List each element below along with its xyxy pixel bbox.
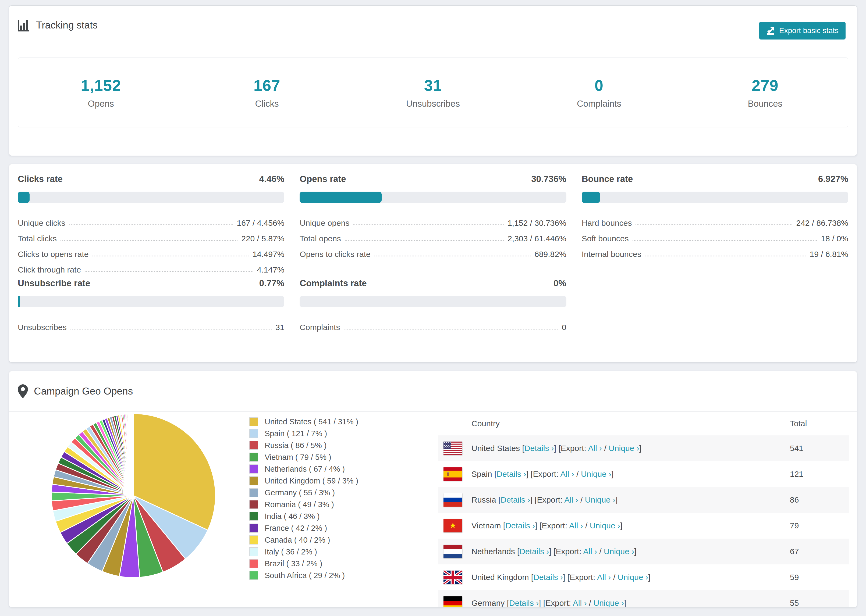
- dotted-leader: [645, 256, 806, 256]
- rate-rows: Unique opens1,152 / 30.736%Total opens2,…: [299, 212, 566, 259]
- rate-row: Unique clicks167 / 4.456%: [18, 212, 284, 228]
- rate-value: 30.736%: [531, 174, 566, 184]
- tracking-stats-header: Tracking stats Export basic stats: [9, 6, 857, 45]
- export-unique-link[interactable]: Unique ›: [609, 444, 639, 453]
- export-all-link[interactable]: All ›: [588, 444, 602, 453]
- rate-row: Opens to clicks rate689.82%: [299, 243, 566, 259]
- export-unique-link[interactable]: Unique ›: [594, 599, 624, 607]
- legend-swatch: [249, 453, 258, 462]
- stat-label: Bounces: [748, 99, 783, 109]
- legend-label: Spain ( 121 / 7% ): [265, 429, 327, 438]
- total-cell: 55: [790, 599, 849, 607]
- stat-cell: 1,152Opens: [18, 58, 184, 127]
- bracket-text: ] [Export:: [530, 495, 564, 504]
- rates-card: Clicks rate4.46%Unique clicks167 / 4.456…: [9, 164, 857, 363]
- separator-text: /: [602, 444, 609, 453]
- dashboard-page: Tracking stats Export basic stats 1,152O…: [0, 0, 866, 616]
- bracket-text: ]: [634, 547, 636, 556]
- map-pin-icon: [18, 384, 28, 398]
- bracket-text: ]: [611, 470, 614, 478]
- country-name: Spain: [471, 470, 494, 478]
- country-cell: Russia [Details ›] [Export: All › / Uniq…: [471, 495, 790, 504]
- stat-cell: 167Clicks: [184, 58, 350, 127]
- country-name: Netherlands: [471, 547, 517, 556]
- details-link[interactable]: Details ›: [505, 521, 535, 530]
- rate-row-label: Total clicks: [18, 234, 57, 243]
- export-unique-link[interactable]: Unique ›: [618, 573, 648, 581]
- legend-label: Netherlands ( 67 / 4% ): [265, 465, 345, 473]
- legend-swatch: [249, 476, 258, 486]
- rate-rows: Complaints0: [299, 316, 566, 332]
- rate-row-label: Unique opens: [299, 218, 350, 228]
- export-unique-link[interactable]: Unique ›: [590, 521, 620, 530]
- country-name: Vietnam: [471, 521, 503, 530]
- geo-header: Campaign Geo Opens: [9, 371, 857, 412]
- rate-value: 0.77%: [259, 278, 285, 288]
- legend-label: United Kingdom ( 59 / 3% ): [265, 476, 358, 486]
- dotted-leader: [85, 271, 253, 272]
- rate-head: Bounce rate6.927%: [582, 174, 848, 186]
- separator-text: /: [574, 470, 581, 478]
- stat-value: 31: [424, 76, 442, 94]
- stat-cell: 279Bounces: [682, 58, 848, 127]
- bracket-text: ] [Export:: [549, 547, 583, 556]
- pie-legend: United States ( 541 / 31% )Spain ( 121 /…: [249, 416, 358, 581]
- stat-label: Unsubscribes: [406, 99, 460, 109]
- stat-value: 1,152: [81, 76, 121, 94]
- country-name: United States: [471, 444, 522, 453]
- table-row: Netherlands [Details ›] [Export: All › /…: [438, 539, 849, 564]
- export-unique-link[interactable]: Unique ›: [581, 470, 611, 478]
- separator-text: /: [611, 573, 618, 581]
- rate-row-value: 19 / 6.81%: [810, 250, 848, 259]
- bracket-text: ]: [624, 599, 626, 607]
- export-all-link[interactable]: All ›: [564, 495, 578, 504]
- flag-es-icon: [444, 467, 462, 481]
- flag-de-icon: [444, 596, 462, 607]
- export-all-link[interactable]: All ›: [560, 470, 574, 478]
- details-link[interactable]: Details ›: [509, 599, 539, 607]
- legend-item: Spain ( 121 / 7% ): [249, 427, 358, 439]
- progress-bar: [299, 192, 566, 203]
- legend-item: Vietnam ( 79 / 5% ): [249, 451, 358, 463]
- bracket-text: ] [Export:: [535, 521, 569, 530]
- rate-value: 4.46%: [259, 174, 285, 184]
- export-unique-link[interactable]: Unique ›: [604, 547, 634, 556]
- rate-value: 6.927%: [818, 174, 848, 184]
- rate-row-label: Internal bounces: [582, 250, 641, 259]
- rate-row-label: Soft bounces: [582, 234, 629, 243]
- details-link[interactable]: Details ›: [519, 547, 549, 556]
- legend-label: Brazil ( 33 / 2% ): [265, 559, 322, 568]
- details-link[interactable]: Details ›: [524, 444, 554, 453]
- country-name: Russia: [471, 495, 498, 504]
- separator-text: /: [597, 547, 604, 556]
- export-unique-link[interactable]: Unique ›: [585, 495, 615, 504]
- geo-title: Campaign Geo Opens: [34, 386, 133, 397]
- separator-text: /: [578, 495, 585, 504]
- rate-title: Clicks rate: [18, 174, 63, 184]
- details-link[interactable]: Details ›: [533, 573, 563, 581]
- details-link[interactable]: Details ›: [496, 470, 526, 478]
- column-header-country: Country: [438, 419, 790, 428]
- bracket-text: [: [507, 599, 509, 607]
- bracket-text: ] [Export:: [539, 599, 573, 607]
- bracket-text: [: [522, 444, 524, 453]
- details-link[interactable]: Details ›: [501, 495, 530, 504]
- separator-text: /: [583, 521, 590, 530]
- export-all-link[interactable]: All ›: [569, 521, 583, 530]
- rate-rows: Unique clicks167 / 4.456%Total clicks220…: [18, 212, 284, 274]
- stat-label: Clicks: [255, 99, 279, 109]
- progress-bar-fill: [582, 192, 600, 203]
- export-basic-stats-button[interactable]: Export basic stats: [759, 22, 846, 39]
- rate-row-label: Hard bounces: [582, 218, 632, 228]
- rate-row-value: 14.497%: [252, 250, 284, 259]
- export-all-link[interactable]: All ›: [583, 547, 597, 556]
- rate-row-label: Clicks to opens rate: [18, 250, 88, 259]
- country-cell: Spain [Details ›] [Export: All › / Uniqu…: [471, 470, 790, 479]
- legend-swatch: [249, 512, 258, 521]
- bracket-text: ]: [648, 573, 650, 581]
- export-all-link[interactable]: All ›: [573, 599, 587, 607]
- rate-row-value: 0: [562, 323, 567, 332]
- export-all-link[interactable]: All ›: [597, 573, 611, 581]
- geo-table: Country Total United States [Details ›] …: [438, 412, 849, 607]
- progress-bar: [582, 192, 848, 203]
